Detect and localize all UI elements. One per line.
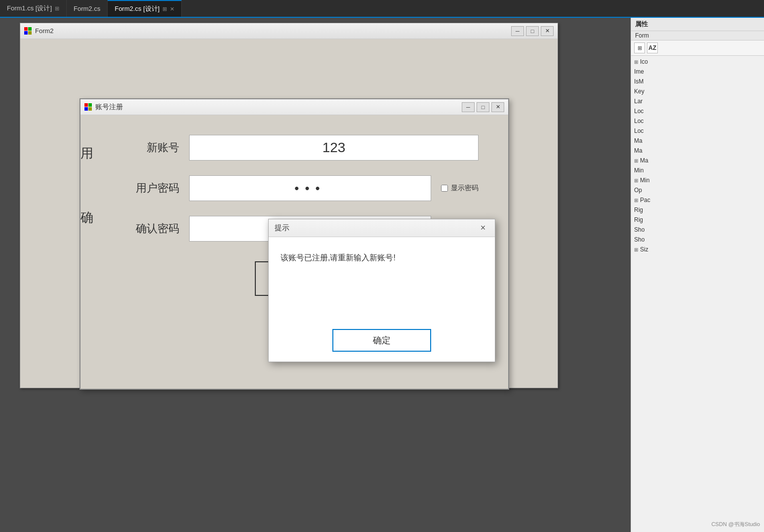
prop-item-ism[interactable]: IsM <box>631 77 764 86</box>
register-title: 账号注册 <box>95 103 459 112</box>
expand-icon-siz: ⊞ <box>634 247 638 252</box>
tab-form2-cs-design-label: Form2.cs [设计] <box>115 4 160 13</box>
prop-label-loc2: Loc <box>634 118 643 124</box>
tab-form2-cs[interactable]: Form2.cs <box>67 0 108 17</box>
prop-label-min2: Min <box>640 177 649 184</box>
msg-close-btn[interactable]: × <box>477 222 489 234</box>
msg-text: 该账号已注册,请重新输入新账号! <box>281 252 483 264</box>
tab-form2-cs-label: Form2.cs <box>74 5 100 12</box>
prop-item-ma1[interactable]: Ma <box>631 136 764 146</box>
tab-form1-cs-design-label: Form1.cs [设计] <box>7 4 52 13</box>
form2-controls: ─ □ ✕ <box>511 26 554 36</box>
prop-item-rig2[interactable]: Rig <box>631 215 764 225</box>
pin-icon-active: ⊞ <box>162 6 167 12</box>
msg-title: 提示 <box>275 223 477 233</box>
expand-icon-pac: ⊞ <box>634 198 638 203</box>
prop-item-min2[interactable]: ⊞ Min <box>631 175 764 185</box>
prop-list: ⊞ Ico Ime IsM Key Lar Loc Loc Loc <box>631 56 764 255</box>
properties-subtitle: Form <box>631 31 764 41</box>
prop-item-loc1[interactable]: Loc <box>631 106 764 116</box>
register-close-btn[interactable]: ✕ <box>491 102 504 112</box>
prop-toolbar-btn-2[interactable]: AZ <box>647 42 658 53</box>
show-password-text-1: 显示密码 <box>451 184 479 193</box>
msg-titlebar: 提示 × <box>269 219 495 237</box>
close-tab-icon[interactable]: ✕ <box>170 6 174 12</box>
password-row: 用户密码 显示密码 <box>110 175 479 201</box>
register-icon <box>84 103 92 111</box>
form2-minimize-btn[interactable]: ─ <box>511 26 524 36</box>
prop-item-sho1[interactable]: Sho <box>631 225 764 235</box>
prop-item-min1[interactable]: Min <box>631 165 764 175</box>
prop-label-ma3: Ma <box>640 157 648 164</box>
prop-label-ime: Ime <box>634 68 644 75</box>
password-input[interactable] <box>189 175 431 201</box>
partial-label-confirm: 确 <box>80 209 100 226</box>
partial-label-user: 用 <box>80 145 100 162</box>
prop-item-loc2[interactable]: Loc <box>631 116 764 126</box>
prop-item-sho2[interactable]: Sho <box>631 235 764 245</box>
new-account-input[interactable] <box>189 135 479 161</box>
show-password-label-1[interactable]: 显示密码 <box>441 184 479 193</box>
prop-item-loc3[interactable]: Loc <box>631 126 764 136</box>
prop-label-min1: Min <box>634 167 643 174</box>
prop-label-loc3: Loc <box>634 127 643 134</box>
prop-label-sho2: Sho <box>634 236 644 243</box>
prop-toolbar: ⊞ AZ <box>631 41 764 56</box>
expand-icon-ico: ⊞ <box>634 59 638 65</box>
form2-title: Form2 <box>35 27 508 35</box>
prop-item-siz[interactable]: ⊞ Siz <box>631 245 764 254</box>
prop-item-ico[interactable]: ⊞ Ico <box>631 57 764 67</box>
form2-titlebar: Form2 ─ □ ✕ <box>20 23 558 39</box>
form2-window: Form2 ─ □ ✕ <box>20 23 558 388</box>
prop-item-ma2[interactable]: Ma <box>631 146 764 156</box>
msg-ok-button[interactable]: 确定 <box>332 329 431 352</box>
prop-item-rig1[interactable]: Rig <box>631 205 764 215</box>
prop-label-ico: Ico <box>640 58 648 65</box>
prop-label-rig1: Rig <box>634 206 643 213</box>
prop-item-key[interactable]: Key <box>631 86 764 96</box>
properties-panel: 属性 Form ⊞ AZ ⊞ Ico Ime IsM Key Lar L <box>631 18 764 532</box>
prop-toolbar-btn-1[interactable]: ⊞ <box>634 42 645 53</box>
form2-close-btn[interactable]: ✕ <box>541 26 554 36</box>
prop-label-key: Key <box>634 88 644 95</box>
prop-item-op[interactable]: Op <box>631 185 764 195</box>
ide-area: Form2 ─ □ ✕ <box>0 18 764 532</box>
register-controls: ─ □ ✕ <box>462 102 504 112</box>
pin-icon: ⊞ <box>55 5 59 12</box>
prop-label-op: Op <box>634 187 642 194</box>
msg-footer: 确定 <box>269 329 495 352</box>
form2-maximize-btn[interactable]: □ <box>526 26 539 36</box>
prop-item-ma3[interactable]: ⊞ Ma <box>631 156 764 165</box>
prop-item-pac[interactable]: ⊞ Pac <box>631 195 764 205</box>
tab-bar: Form1.cs [设计] ⊞ Form2.cs Form2.cs [设计] ⊞… <box>0 0 764 18</box>
register-body: 用 确 新账号 用户密码 <box>80 115 508 389</box>
new-account-label: 新账号 <box>110 140 179 155</box>
tab-form1-cs-design[interactable]: Form1.cs [设计] ⊞ <box>0 0 67 17</box>
prop-label-rig2: Rig <box>634 216 643 223</box>
prop-item-ime[interactable]: Ime <box>631 67 764 77</box>
confirm-password-label: 确认密码 <box>110 221 179 236</box>
expand-icon-ma3: ⊞ <box>634 158 638 164</box>
register-minimize-btn[interactable]: ─ <box>462 102 475 112</box>
msg-body: 该账号已注册,请重新输入新账号! <box>269 237 495 274</box>
form2-icon <box>24 27 32 35</box>
prop-label-lar: Lar <box>634 98 643 105</box>
password-label: 用户密码 <box>110 181 179 196</box>
design-canvas: Form2 ─ □ ✕ <box>0 18 631 532</box>
prop-label-sho1: Sho <box>634 226 644 233</box>
csdn-watermark: CSDN @书海Studio <box>711 521 760 528</box>
new-account-row: 新账号 <box>110 135 479 161</box>
prop-label-ism: IsM <box>634 78 643 85</box>
properties-title: 属性 <box>631 18 764 31</box>
prop-label-siz: Siz <box>640 246 648 253</box>
expand-icon-min2: ⊞ <box>634 178 638 183</box>
prop-label-loc1: Loc <box>634 108 643 115</box>
prop-label-pac: Pac <box>640 197 650 204</box>
show-password-checkbox-1[interactable] <box>441 185 448 192</box>
prop-item-lar[interactable]: Lar <box>631 96 764 106</box>
tab-form2-cs-design[interactable]: Form2.cs [设计] ⊞ ✕ <box>108 0 182 17</box>
register-maximize-btn[interactable]: □ <box>477 102 489 112</box>
message-dialog: 提示 × 该账号已注册,请重新输入新账号! 确定 <box>268 219 495 362</box>
register-titlebar: 账号注册 ─ □ ✕ <box>80 99 508 115</box>
prop-label-ma1: Ma <box>634 137 643 144</box>
